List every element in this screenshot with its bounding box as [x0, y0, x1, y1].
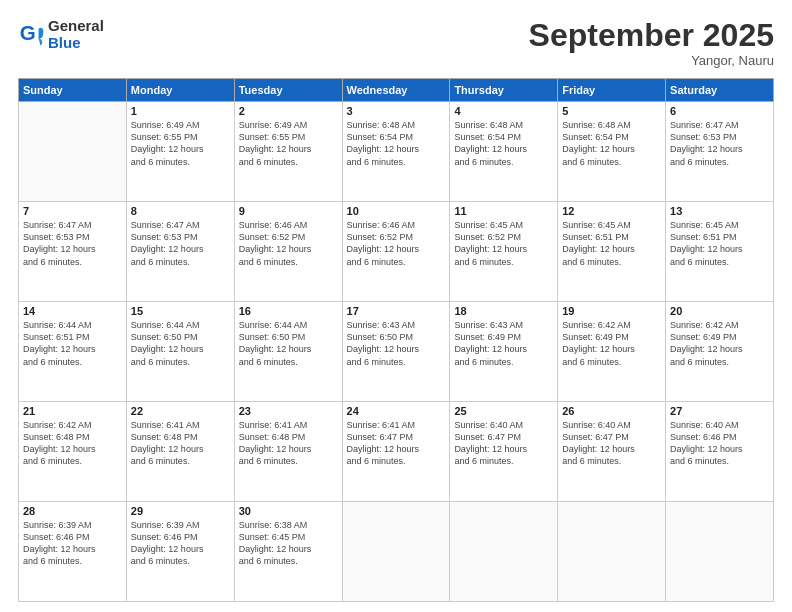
day-number: 24 — [347, 405, 446, 417]
table-row — [342, 502, 450, 602]
table-row: 19Sunrise: 6:42 AM Sunset: 6:49 PM Dayli… — [558, 302, 666, 402]
table-row: 5Sunrise: 6:48 AM Sunset: 6:54 PM Daylig… — [558, 102, 666, 202]
table-row — [666, 502, 774, 602]
col-tuesday: Tuesday — [234, 79, 342, 102]
day-number: 13 — [670, 205, 769, 217]
day-number: 2 — [239, 105, 338, 117]
table-row: 6Sunrise: 6:47 AM Sunset: 6:53 PM Daylig… — [666, 102, 774, 202]
day-number: 26 — [562, 405, 661, 417]
day-info: Sunrise: 6:49 AM Sunset: 6:55 PM Dayligh… — [239, 119, 338, 168]
calendar-week-row: 21Sunrise: 6:42 AM Sunset: 6:48 PM Dayli… — [19, 402, 774, 502]
day-number: 10 — [347, 205, 446, 217]
day-info: Sunrise: 6:41 AM Sunset: 6:48 PM Dayligh… — [239, 419, 338, 468]
table-row: 2Sunrise: 6:49 AM Sunset: 6:55 PM Daylig… — [234, 102, 342, 202]
day-info: Sunrise: 6:40 AM Sunset: 6:47 PM Dayligh… — [562, 419, 661, 468]
col-monday: Monday — [126, 79, 234, 102]
day-info: Sunrise: 6:41 AM Sunset: 6:48 PM Dayligh… — [131, 419, 230, 468]
day-info: Sunrise: 6:48 AM Sunset: 6:54 PM Dayligh… — [562, 119, 661, 168]
table-row: 28Sunrise: 6:39 AM Sunset: 6:46 PM Dayli… — [19, 502, 127, 602]
table-row: 10Sunrise: 6:46 AM Sunset: 6:52 PM Dayli… — [342, 202, 450, 302]
header: G General Blue September 2025 Yangor, Na… — [18, 18, 774, 68]
title-block: September 2025 Yangor, Nauru — [529, 18, 774, 68]
day-info: Sunrise: 6:41 AM Sunset: 6:47 PM Dayligh… — [347, 419, 446, 468]
table-row: 21Sunrise: 6:42 AM Sunset: 6:48 PM Dayli… — [19, 402, 127, 502]
day-number: 18 — [454, 305, 553, 317]
day-info: Sunrise: 6:42 AM Sunset: 6:49 PM Dayligh… — [562, 319, 661, 368]
day-number: 7 — [23, 205, 122, 217]
table-row: 25Sunrise: 6:40 AM Sunset: 6:47 PM Dayli… — [450, 402, 558, 502]
day-info: Sunrise: 6:47 AM Sunset: 6:53 PM Dayligh… — [670, 119, 769, 168]
table-row: 12Sunrise: 6:45 AM Sunset: 6:51 PM Dayli… — [558, 202, 666, 302]
day-number: 23 — [239, 405, 338, 417]
day-number: 20 — [670, 305, 769, 317]
day-number: 11 — [454, 205, 553, 217]
day-info: Sunrise: 6:45 AM Sunset: 6:51 PM Dayligh… — [562, 219, 661, 268]
day-info: Sunrise: 6:39 AM Sunset: 6:46 PM Dayligh… — [23, 519, 122, 568]
day-info: Sunrise: 6:44 AM Sunset: 6:50 PM Dayligh… — [131, 319, 230, 368]
day-number: 12 — [562, 205, 661, 217]
day-info: Sunrise: 6:42 AM Sunset: 6:48 PM Dayligh… — [23, 419, 122, 468]
day-number: 15 — [131, 305, 230, 317]
day-info: Sunrise: 6:49 AM Sunset: 6:55 PM Dayligh… — [131, 119, 230, 168]
day-number: 30 — [239, 505, 338, 517]
table-row: 7Sunrise: 6:47 AM Sunset: 6:53 PM Daylig… — [19, 202, 127, 302]
table-row: 24Sunrise: 6:41 AM Sunset: 6:47 PM Dayli… — [342, 402, 450, 502]
day-info: Sunrise: 6:39 AM Sunset: 6:46 PM Dayligh… — [131, 519, 230, 568]
day-number: 29 — [131, 505, 230, 517]
table-row — [558, 502, 666, 602]
table-row — [450, 502, 558, 602]
day-number: 14 — [23, 305, 122, 317]
logo: G General Blue — [18, 18, 104, 51]
day-number: 6 — [670, 105, 769, 117]
calendar-week-row: 7Sunrise: 6:47 AM Sunset: 6:53 PM Daylig… — [19, 202, 774, 302]
table-row — [19, 102, 127, 202]
table-row: 16Sunrise: 6:44 AM Sunset: 6:50 PM Dayli… — [234, 302, 342, 402]
col-saturday: Saturday — [666, 79, 774, 102]
day-info: Sunrise: 6:48 AM Sunset: 6:54 PM Dayligh… — [347, 119, 446, 168]
day-number: 9 — [239, 205, 338, 217]
day-number: 19 — [562, 305, 661, 317]
table-row: 1Sunrise: 6:49 AM Sunset: 6:55 PM Daylig… — [126, 102, 234, 202]
day-info: Sunrise: 6:45 AM Sunset: 6:51 PM Dayligh… — [670, 219, 769, 268]
day-info: Sunrise: 6:48 AM Sunset: 6:54 PM Dayligh… — [454, 119, 553, 168]
location: Yangor, Nauru — [529, 53, 774, 68]
day-number: 22 — [131, 405, 230, 417]
day-info: Sunrise: 6:44 AM Sunset: 6:50 PM Dayligh… — [239, 319, 338, 368]
table-row: 4Sunrise: 6:48 AM Sunset: 6:54 PM Daylig… — [450, 102, 558, 202]
day-number: 1 — [131, 105, 230, 117]
table-row: 14Sunrise: 6:44 AM Sunset: 6:51 PM Dayli… — [19, 302, 127, 402]
day-number: 27 — [670, 405, 769, 417]
day-info: Sunrise: 6:46 AM Sunset: 6:52 PM Dayligh… — [347, 219, 446, 268]
day-info: Sunrise: 6:42 AM Sunset: 6:49 PM Dayligh… — [670, 319, 769, 368]
logo-icon: G — [18, 21, 46, 49]
logo-general-text: General — [48, 18, 104, 35]
table-row: 29Sunrise: 6:39 AM Sunset: 6:46 PM Dayli… — [126, 502, 234, 602]
table-row: 17Sunrise: 6:43 AM Sunset: 6:50 PM Dayli… — [342, 302, 450, 402]
logo-text: General Blue — [48, 18, 104, 51]
table-row: 18Sunrise: 6:43 AM Sunset: 6:49 PM Dayli… — [450, 302, 558, 402]
col-friday: Friday — [558, 79, 666, 102]
day-number: 28 — [23, 505, 122, 517]
day-info: Sunrise: 6:43 AM Sunset: 6:50 PM Dayligh… — [347, 319, 446, 368]
day-number: 3 — [347, 105, 446, 117]
table-row: 15Sunrise: 6:44 AM Sunset: 6:50 PM Dayli… — [126, 302, 234, 402]
calendar-week-row: 14Sunrise: 6:44 AM Sunset: 6:51 PM Dayli… — [19, 302, 774, 402]
table-row: 23Sunrise: 6:41 AM Sunset: 6:48 PM Dayli… — [234, 402, 342, 502]
day-info: Sunrise: 6:47 AM Sunset: 6:53 PM Dayligh… — [131, 219, 230, 268]
calendar-table: Sunday Monday Tuesday Wednesday Thursday… — [18, 78, 774, 602]
day-info: Sunrise: 6:43 AM Sunset: 6:49 PM Dayligh… — [454, 319, 553, 368]
table-row: 8Sunrise: 6:47 AM Sunset: 6:53 PM Daylig… — [126, 202, 234, 302]
day-number: 5 — [562, 105, 661, 117]
table-row: 20Sunrise: 6:42 AM Sunset: 6:49 PM Dayli… — [666, 302, 774, 402]
day-number: 21 — [23, 405, 122, 417]
day-info: Sunrise: 6:40 AM Sunset: 6:47 PM Dayligh… — [454, 419, 553, 468]
header-row: Sunday Monday Tuesday Wednesday Thursday… — [19, 79, 774, 102]
day-number: 16 — [239, 305, 338, 317]
col-thursday: Thursday — [450, 79, 558, 102]
table-row: 11Sunrise: 6:45 AM Sunset: 6:52 PM Dayli… — [450, 202, 558, 302]
day-number: 4 — [454, 105, 553, 117]
table-row: 22Sunrise: 6:41 AM Sunset: 6:48 PM Dayli… — [126, 402, 234, 502]
day-info: Sunrise: 6:44 AM Sunset: 6:51 PM Dayligh… — [23, 319, 122, 368]
day-info: Sunrise: 6:38 AM Sunset: 6:45 PM Dayligh… — [239, 519, 338, 568]
svg-text:G: G — [20, 21, 36, 44]
